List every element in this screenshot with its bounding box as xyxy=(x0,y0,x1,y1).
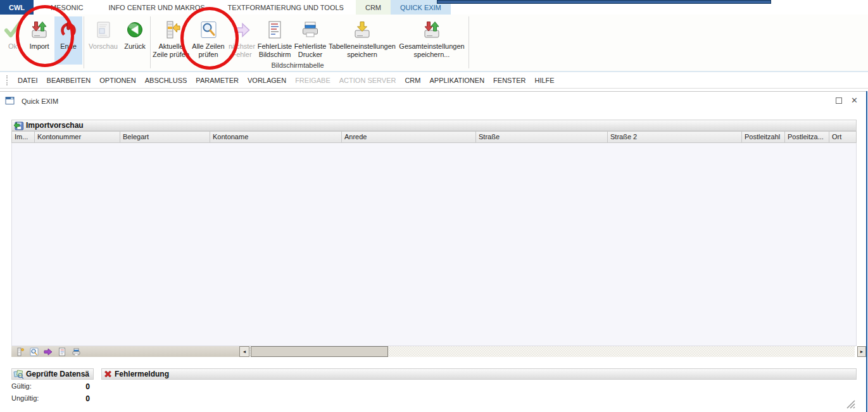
check-all-rows-button[interactable]: Alle Zeilen prüfen xyxy=(190,16,227,65)
ribbon-group-label: Bildschirmtabelle xyxy=(247,61,348,69)
mini-error-list-screen-icon[interactable] xyxy=(57,347,67,356)
window-title: Quick EXIM xyxy=(22,97,58,105)
ribbon-separator xyxy=(84,16,84,68)
error-list-screen-button[interactable]: FehlerListe Bildschirm xyxy=(257,16,292,65)
maximize-button[interactable] xyxy=(836,97,842,104)
check-current-row-icon xyxy=(160,19,182,41)
valid-counter-row: Gültig: 0 xyxy=(11,382,90,391)
error-list-screen-button-label: FehlerListe Bildschirm xyxy=(257,42,292,58)
menu-applikationen[interactable]: APPLIKATIONEN xyxy=(425,77,489,84)
save-global-settings-button[interactable]: Gesamteinstellungen speichern... xyxy=(396,16,467,65)
tab-mesonic[interactable]: MESONIC xyxy=(41,0,92,15)
menu-optionen[interactable]: OPTIONEN xyxy=(95,77,140,84)
mini-check-all-rows-icon[interactable] xyxy=(29,347,39,356)
tab-info-center-label: INFO CENTER UND MAKROS xyxy=(108,4,204,11)
tab-textformatierung[interactable]: TEXTFORMATIERUNG UND TOOLS xyxy=(218,0,353,15)
mini-next-error-icon[interactable] xyxy=(43,347,53,356)
hscroll-thumb[interactable] xyxy=(251,346,388,357)
ende-button-label: Ende xyxy=(60,42,77,51)
tab-crm[interactable]: CRM xyxy=(356,0,391,15)
column-header-kontoname[interactable]: Kontoname xyxy=(210,131,342,143)
column-header-kontonummer[interactable]: Kontonummer xyxy=(35,131,120,143)
menu-bearbeiten[interactable]: BEARBEITEN xyxy=(42,77,96,84)
zurueck-button[interactable]: Zurück xyxy=(121,16,149,65)
invalid-counter-row: Ungültig: 0 xyxy=(11,394,90,403)
ok-button: Ok xyxy=(1,16,24,65)
error-list-printer-button-label: Fehlerliste Drucker xyxy=(292,42,328,58)
tab-textformatierung-label: TEXTFORMATIERUNG UND TOOLS xyxy=(228,4,344,11)
save-global-settings-button-label: Gesamteinstellungen speichern... xyxy=(396,42,467,58)
valid-value: 0 xyxy=(85,382,90,391)
checked-records-title: Geprüfte Datensä xyxy=(26,370,89,378)
save-global-settings-icon xyxy=(421,19,443,41)
quick-exim-window: Quick EXIM ✕ Importvorschau Im... Konton… xyxy=(0,91,867,412)
menu-crm[interactable]: CRM xyxy=(400,77,425,84)
power-icon xyxy=(58,19,79,41)
error-list-printer-button[interactable]: Fehlerliste Drucker xyxy=(292,16,328,65)
import-button-label: Import xyxy=(29,42,49,51)
save-table-settings-icon xyxy=(351,19,373,41)
import-icon xyxy=(28,19,50,41)
next-error-icon xyxy=(231,19,253,41)
menu-abschluss[interactable]: ABSCHLUSS xyxy=(141,77,192,84)
save-table-settings-button[interactable]: Tabelleneinstellungen speichern xyxy=(328,16,396,65)
importvorschau-section-bar: Importvorschau xyxy=(11,120,857,131)
close-button[interactable]: ✕ xyxy=(851,96,858,104)
check-current-row-button-label: Aktuelle Zeile prüfen xyxy=(152,42,190,58)
column-header-ort[interactable]: Ort xyxy=(829,131,857,143)
menu-hilfe[interactable]: HILFE xyxy=(530,77,558,84)
tab-mesonic-label: MESONIC xyxy=(51,4,83,11)
importvorschau-title: Importvorschau xyxy=(26,121,84,130)
window-icon xyxy=(5,96,15,106)
mini-check-current-row-icon[interactable] xyxy=(15,347,25,356)
column-header-postleitzahl[interactable]: Postleitzahl xyxy=(742,131,785,143)
ribbon-separator xyxy=(469,16,469,68)
valid-label: Gültig: xyxy=(11,382,32,391)
save-table-settings-button-label: Tabelleneinstellungen speichern xyxy=(328,42,396,58)
menu-parameter[interactable]: PARAMETER xyxy=(191,77,243,84)
menu-freigabe: FREIGABE xyxy=(291,77,335,84)
menu-fenster[interactable]: FENSTER xyxy=(489,77,530,84)
preview-table-body[interactable] xyxy=(11,143,857,346)
vorschau-button: Vorschau xyxy=(85,16,121,65)
next-error-button: nächster Fehler xyxy=(227,16,257,65)
mini-error-list-printer-icon[interactable] xyxy=(71,347,81,356)
check-current-row-button[interactable]: Aktuelle Zeile prüfen xyxy=(152,16,190,65)
column-header-anrede[interactable]: Anrede xyxy=(342,131,476,143)
menu-action-server: ACTION SERVER xyxy=(335,77,401,84)
checked-records-icon xyxy=(13,369,24,379)
menu-datei[interactable]: DATEI xyxy=(13,77,42,84)
column-header-belegart[interactable]: Belegart xyxy=(120,131,210,143)
hscroll-left-button[interactable]: ◄ xyxy=(239,346,249,357)
error-x-icon xyxy=(103,370,113,378)
window-resize-grip[interactable] xyxy=(845,398,856,411)
menu-drag-handle-icon[interactable] xyxy=(6,75,8,85)
check-all-rows-button-label: Alle Zeilen prüfen xyxy=(190,42,227,58)
ribbon: Ok Import Ende xyxy=(0,15,868,72)
menu-vorlagen[interactable]: VORLAGEN xyxy=(243,77,291,84)
window-right-border xyxy=(866,91,867,412)
checked-records-section-bar: Geprüfte Datensä xyxy=(11,368,94,380)
next-error-button-label: nächster Fehler xyxy=(227,42,257,58)
ribbon-separator xyxy=(150,16,151,68)
error-message-section-bar: Fehlermeldung xyxy=(101,368,857,380)
save-preview-icon xyxy=(13,120,24,130)
invalid-value: 0 xyxy=(85,394,90,403)
tab-cwl[interactable]: CWL xyxy=(0,0,34,15)
column-header-postleitzahl2[interactable]: Postleitza... xyxy=(785,131,829,143)
window-title-bar[interactable]: Quick EXIM ✕ xyxy=(0,94,867,109)
preview-icon xyxy=(92,19,114,41)
back-icon xyxy=(124,19,146,41)
column-header-strasse[interactable]: Straße xyxy=(476,131,608,143)
column-header-strasse2[interactable]: Straße 2 xyxy=(608,131,742,143)
preview-table-header: Im... Kontonummer Belegart Kontoname Anr… xyxy=(11,131,857,143)
tab-info-center[interactable]: INFO CENTER UND MAKROS xyxy=(99,0,214,15)
right-arrow-icon: ► xyxy=(860,349,864,354)
invalid-label: Ungültig: xyxy=(11,394,39,403)
column-header-import[interactable]: Im... xyxy=(11,131,35,143)
hscroll-right-button[interactable]: ► xyxy=(857,346,866,357)
error-message-title: Fehlermeldung xyxy=(115,370,169,378)
import-button[interactable]: Import xyxy=(24,16,54,65)
ende-button[interactable]: Ende xyxy=(54,16,82,65)
zurueck-button-label: Zurück xyxy=(124,42,146,51)
